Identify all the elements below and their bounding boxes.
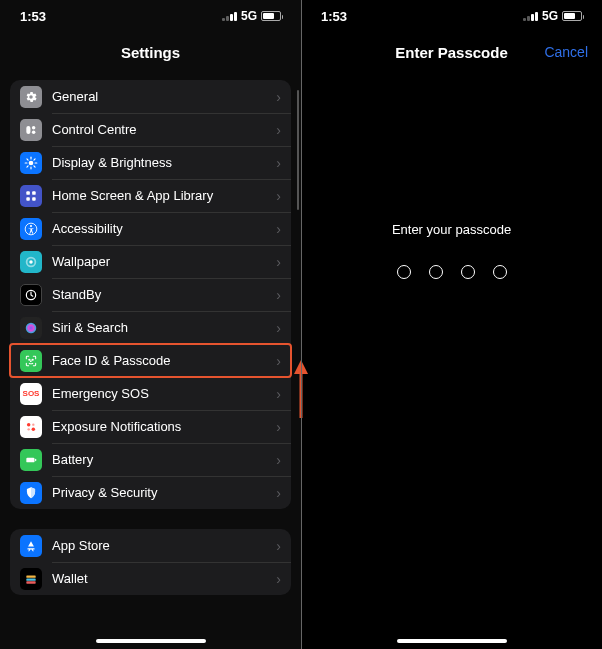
screenshot-divider [301,0,302,649]
settings-row-general[interactable]: General› [10,80,291,113]
wallet-icon [20,568,42,590]
settings-row-control-centre[interactable]: Control Centre› [10,113,291,146]
settings-row-appstore[interactable]: App Store› [10,529,291,562]
settings-list[interactable]: General›Control Centre›Display & Brightn… [0,72,301,649]
row-label: Wallet [52,571,272,586]
standby-icon [20,284,42,306]
settings-group: App Store›Wallet› [10,529,291,595]
status-indicators: 5G [222,9,281,23]
settings-row-accessibility[interactable]: Accessibility› [10,212,291,245]
settings-row-standby[interactable]: StandBy› [10,278,291,311]
settings-screen: 1:53 5G Settings General›Control Centre›… [0,0,301,649]
chevron-right-icon: › [276,386,281,402]
svg-rect-31 [26,581,35,583]
chevron-right-icon: › [276,538,281,554]
passcode-dot [397,265,411,279]
passcode-entry-area: Enter your passcode [301,72,602,649]
status-time: 1:53 [321,9,347,24]
settings-row-sos[interactable]: SOSEmergency SOS› [10,377,291,410]
battery-icon [562,11,582,21]
signal-icon [222,12,237,21]
svg-point-26 [28,428,30,430]
settings-row-display[interactable]: Display & Brightness› [10,146,291,179]
svg-point-20 [26,322,37,333]
svg-rect-15 [32,197,36,201]
settings-row-faceid[interactable]: Face ID & Passcode› [10,344,291,377]
cancel-button[interactable]: Cancel [544,44,588,60]
passcode-screen: 1:53 5G Enter Passcode Cancel Enter your… [301,0,602,649]
network-label: 5G [241,9,257,23]
settings-row-wallpaper[interactable]: Wallpaper› [10,245,291,278]
chevron-right-icon: › [276,419,281,435]
svg-point-18 [29,260,33,264]
svg-line-9 [34,165,35,166]
svg-rect-28 [35,458,36,460]
svg-point-3 [29,160,34,165]
scroll-indicator[interactable] [297,90,300,210]
exposure-icon [20,416,42,438]
row-label: Emergency SOS [52,386,272,401]
row-label: General [52,89,272,104]
settings-row-siri[interactable]: Siri & Search› [10,311,291,344]
row-label: Wallpaper [52,254,272,269]
chevron-right-icon: › [276,188,281,204]
accessibility-icon [20,218,42,240]
svg-point-17 [30,225,32,227]
status-time: 1:53 [20,9,46,24]
row-label: Display & Brightness [52,155,272,170]
passcode-dots [397,265,507,279]
svg-rect-13 [32,191,36,195]
svg-point-1 [32,125,36,129]
svg-point-2 [32,130,36,134]
row-label: App Store [52,538,272,553]
svg-line-10 [27,165,28,166]
row-label: Face ID & Passcode [52,353,272,368]
row-label: Home Screen & App Library [52,188,272,203]
siri-icon [20,317,42,339]
settings-row-exposure[interactable]: Exposure Notifications› [10,410,291,443]
svg-rect-30 [26,578,35,580]
passcode-dot [493,265,507,279]
home-indicator[interactable] [96,639,206,643]
chevron-right-icon: › [276,122,281,138]
svg-rect-0 [26,125,30,133]
svg-point-25 [32,423,34,425]
svg-rect-29 [26,575,35,577]
row-label: Control Centre [52,122,272,137]
status-indicators: 5G [523,9,582,23]
row-label: StandBy [52,287,272,302]
control-centre-icon [20,119,42,141]
chevron-right-icon: › [276,254,281,270]
home-indicator[interactable] [397,639,507,643]
chevron-right-icon: › [276,485,281,501]
chevron-right-icon: › [276,320,281,336]
svg-rect-12 [26,191,30,195]
battery-icon [261,11,281,21]
faceid-icon [20,350,42,372]
chevron-right-icon: › [276,287,281,303]
svg-rect-14 [26,197,30,201]
chevron-right-icon: › [276,221,281,237]
chevron-right-icon: › [276,353,281,369]
row-label: Siri & Search [52,320,272,335]
row-label: Exposure Notifications [52,419,272,434]
page-title: Enter Passcode [395,44,508,61]
svg-point-24 [32,427,35,431]
general-icon [20,86,42,108]
settings-row-home-screen[interactable]: Home Screen & App Library› [10,179,291,212]
row-label: Battery [52,452,272,467]
chevron-right-icon: › [276,155,281,171]
row-label: Accessibility [52,221,272,236]
svg-point-21 [29,359,30,360]
passcode-prompt: Enter your passcode [392,222,511,237]
chevron-right-icon: › [276,571,281,587]
row-label: Privacy & Security [52,485,272,500]
settings-row-wallet[interactable]: Wallet› [10,562,291,595]
settings-row-battery[interactable]: Battery› [10,443,291,476]
network-label: 5G [542,9,558,23]
passcode-dot [429,265,443,279]
status-bar: 1:53 5G [0,0,301,32]
home-screen-icon [20,185,42,207]
settings-row-privacy[interactable]: Privacy & Security› [10,476,291,509]
svg-rect-27 [26,457,34,462]
